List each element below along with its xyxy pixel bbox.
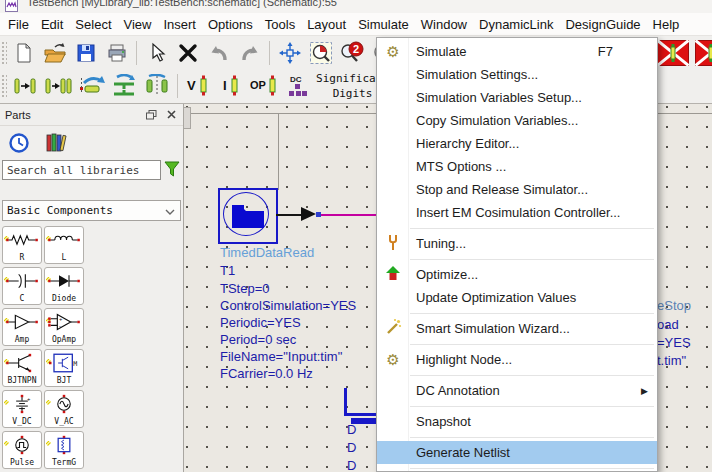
menubar-item-tools[interactable]: Tools bbox=[259, 14, 301, 35]
menubar-item-options[interactable]: Options bbox=[202, 14, 259, 35]
dc-block-icon[interactable]: DC bbox=[281, 72, 314, 100]
menubar-item-view[interactable]: View bbox=[118, 14, 158, 35]
schematic-text-fragment[interactable]: D bbox=[347, 458, 356, 472]
toolbar-row-1: 2 bbox=[0, 37, 398, 68]
part-label: OpAmp bbox=[52, 335, 76, 345]
history-clock-icon[interactable] bbox=[6, 131, 32, 155]
menu-item-simulation-variables-setup[interactable]: Simulation Variables Setup... bbox=[377, 86, 657, 109]
redo-icon[interactable] bbox=[234, 39, 265, 67]
menubar-item-edit[interactable]: Edit bbox=[35, 14, 69, 35]
part-label: V_AC bbox=[54, 417, 73, 427]
menu-separator bbox=[377, 340, 657, 348]
part-button-TermG[interactable]: TermG bbox=[44, 431, 84, 469]
part-button-OpAmp[interactable]: +-OpAmp bbox=[44, 308, 84, 346]
part-button-C[interactable]: C bbox=[2, 267, 42, 305]
menu-item-hierarchy-editor[interactable]: Hierarchy Editor... bbox=[377, 132, 657, 155]
delete-item-icon[interactable] bbox=[172, 39, 203, 67]
part-button-V_DC[interactable]: +V_DC bbox=[2, 390, 42, 428]
schematic-text-fragment[interactable]: =YES bbox=[657, 335, 691, 350]
search-input[interactable] bbox=[2, 160, 161, 180]
zoom-area-icon[interactable] bbox=[305, 39, 336, 67]
component-property-line[interactable]: FileName="Input:tim" bbox=[220, 349, 342, 364]
optimize-icon bbox=[383, 265, 403, 285]
menubar-item-help[interactable]: Help bbox=[647, 14, 686, 35]
part-button-R[interactable]: R bbox=[2, 226, 42, 264]
svg-text:2: 2 bbox=[352, 43, 358, 55]
new-file-icon[interactable] bbox=[8, 39, 39, 67]
save-design-icon[interactable] bbox=[70, 39, 101, 67]
open-design-icon[interactable] bbox=[39, 39, 70, 67]
menubar-item-file[interactable]: File bbox=[2, 14, 35, 35]
menu-item-update-optimization-values[interactable]: Update Optimization Values bbox=[377, 286, 657, 309]
component-property-line[interactable]: FCarrier=0.0 Hz bbox=[220, 366, 313, 381]
menu-item-stop-and-release-simulator[interactable]: Stop and Release Simulator... bbox=[377, 178, 657, 201]
library-browser-icon[interactable] bbox=[42, 131, 68, 155]
menubar-item-designguide[interactable]: DesignGuide bbox=[559, 14, 646, 35]
part-button-Amp[interactable]: Amp bbox=[2, 308, 42, 346]
menu-item-optimize[interactable]: Optimize... bbox=[377, 263, 657, 286]
part-button-Pulse[interactable]: Pulse bbox=[2, 431, 42, 469]
menu-item-simulate[interactable]: ⚙SimulateF7 bbox=[377, 40, 657, 63]
part-button-Diode[interactable]: Diode bbox=[44, 267, 84, 305]
deactivate-component-2-icon[interactable] bbox=[695, 40, 712, 70]
schematic-text-fragment[interactable]: t.tim" bbox=[657, 353, 686, 368]
component-property-line[interactable]: Periodic=YES bbox=[220, 315, 301, 330]
component-property-line[interactable]: Period=0 sec bbox=[220, 332, 296, 347]
pulse-symbol-icon bbox=[5, 435, 39, 459]
menu-item-mts-options[interactable]: MTS Options ... bbox=[377, 155, 657, 178]
voltage-probe-icon[interactable]: V bbox=[182, 72, 215, 100]
mirror-x-icon[interactable] bbox=[140, 72, 173, 100]
schematic-text-fragment[interactable]: D bbox=[347, 422, 356, 437]
menubar-item-insert[interactable]: Insert bbox=[157, 14, 202, 35]
schematic-text-fragment[interactable]: eStop bbox=[657, 298, 691, 313]
mirror-y-icon[interactable] bbox=[107, 72, 140, 100]
part-button-L[interactable]: L bbox=[44, 226, 84, 264]
menu-item-generate-netlist[interactable]: Generate Netlist bbox=[377, 441, 657, 464]
menu-item-tuning[interactable]: Tuning... bbox=[377, 232, 657, 255]
zoom-in-2x-icon[interactable]: 2 bbox=[336, 39, 367, 67]
menu-item-snapshot[interactable]: Snapshot bbox=[377, 410, 657, 433]
menubar-item-window[interactable]: Window bbox=[415, 14, 473, 35]
component-property-line[interactable]: TStep=0 bbox=[220, 281, 270, 296]
part-button-BJT[interactable]: MBJT bbox=[44, 349, 84, 387]
bus-wire[interactable] bbox=[321, 214, 377, 216]
component-instance-label[interactable]: T1 bbox=[220, 263, 235, 278]
component-name-label[interactable]: TimedDataRead bbox=[220, 245, 314, 260]
menubar-item-simulate[interactable]: Simulate bbox=[352, 14, 415, 35]
part-button-V_AC[interactable]: V_AC bbox=[44, 390, 84, 428]
pan-view-icon[interactable] bbox=[274, 39, 305, 67]
timed-data-read-component[interactable] bbox=[218, 188, 278, 244]
float-panel-icon[interactable] bbox=[143, 108, 159, 122]
menu-item-smart-simulation-wizard[interactable]: Smart Simulation Wizard... bbox=[377, 317, 657, 340]
menubar-item-dynamiclink[interactable]: DynamicLink bbox=[473, 14, 559, 35]
wire-segment[interactable] bbox=[276, 214, 302, 216]
schematic-text-fragment[interactable]: D bbox=[347, 440, 356, 455]
toolbar-separator bbox=[136, 41, 137, 65]
part-button-BJTNPN[interactable]: BJTNPN bbox=[2, 349, 42, 387]
menubar-item-layout[interactable]: Layout bbox=[301, 14, 352, 35]
menu-item-dc-annotation[interactable]: DC Annotation▶ bbox=[377, 379, 657, 402]
op-probe-icon[interactable]: OP bbox=[248, 72, 281, 100]
rotate-component-icon[interactable] bbox=[74, 72, 107, 100]
splitter-handle[interactable] bbox=[184, 107, 191, 129]
insert-wire-multiple-icon[interactable] bbox=[41, 72, 74, 100]
menubar-item-select[interactable]: Select bbox=[69, 14, 117, 35]
menu-item-highlight-node[interactable]: ⚙Highlight Node... bbox=[377, 348, 657, 371]
menu-item-copy-simulation-variables[interactable]: Copy Simulation Variables... bbox=[377, 109, 657, 132]
component-property-line[interactable]: ControlSimulation=YES bbox=[220, 298, 356, 313]
part-label: C bbox=[20, 294, 25, 304]
pointer-select-icon[interactable] bbox=[141, 39, 172, 67]
menu-item-insert-em-cosimulation-controller[interactable]: Insert EM Cosimulation Controller... bbox=[377, 201, 657, 224]
bjtnpn-symbol-icon bbox=[5, 353, 39, 377]
insert-wire-icon[interactable] bbox=[8, 72, 41, 100]
undo-icon[interactable] bbox=[203, 39, 234, 67]
close-panel-icon[interactable] bbox=[163, 108, 179, 122]
deactivate-component-icon[interactable] bbox=[657, 40, 689, 70]
print-icon[interactable] bbox=[101, 39, 132, 67]
menu-item-simulation-settings[interactable]: Simulation Settings... bbox=[377, 63, 657, 86]
current-probe-icon[interactable]: I bbox=[215, 72, 248, 100]
category-dropdown[interactable]: Basic Components bbox=[2, 200, 181, 221]
gear-icon: ⚙ bbox=[383, 351, 403, 369]
schematic-text-fragment[interactable]: oad bbox=[657, 317, 679, 332]
filter-icon[interactable] bbox=[164, 160, 180, 182]
